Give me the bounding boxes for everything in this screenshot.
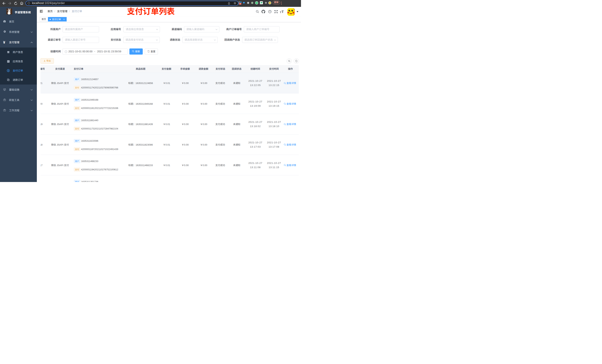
svg-text:?: ? [269,10,270,13]
